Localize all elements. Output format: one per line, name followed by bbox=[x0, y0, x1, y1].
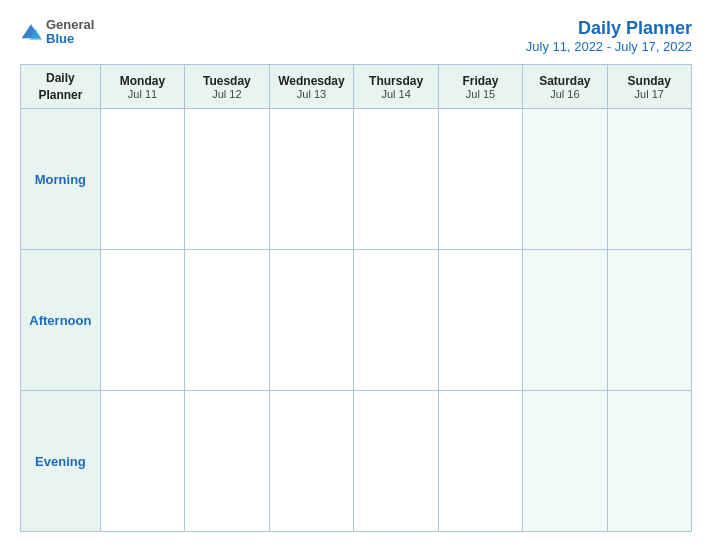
col-wednesday: Wednesday Jul 13 bbox=[269, 65, 354, 109]
sunday-date: Jul 17 bbox=[610, 88, 689, 100]
tuesday-date: Jul 12 bbox=[187, 88, 266, 100]
page: General Blue Daily Planner July 11, 2022… bbox=[0, 0, 712, 550]
afternoon-wednesday[interactable] bbox=[269, 250, 354, 391]
morning-monday[interactable] bbox=[100, 109, 184, 250]
afternoon-tuesday[interactable] bbox=[185, 250, 269, 391]
evening-friday[interactable] bbox=[438, 391, 522, 532]
evening-sunday[interactable] bbox=[607, 391, 691, 532]
monday-date: Jul 11 bbox=[103, 88, 182, 100]
header: General Blue Daily Planner July 11, 2022… bbox=[20, 18, 692, 54]
col-sunday: Sunday Jul 17 bbox=[607, 65, 691, 109]
friday-name: Friday bbox=[441, 74, 520, 88]
afternoon-sunday[interactable] bbox=[607, 250, 691, 391]
evening-label: Evening bbox=[21, 391, 101, 532]
evening-row: Evening bbox=[21, 391, 692, 532]
afternoon-row: Afternoon bbox=[21, 250, 692, 391]
morning-wednesday[interactable] bbox=[269, 109, 354, 250]
saturday-name: Saturday bbox=[525, 74, 604, 88]
col-monday: Monday Jul 11 bbox=[100, 65, 184, 109]
afternoon-thursday[interactable] bbox=[354, 250, 439, 391]
morning-tuesday[interactable] bbox=[185, 109, 269, 250]
logo-text: General Blue bbox=[46, 18, 94, 47]
planner-header-cell: DailyPlanner bbox=[21, 65, 101, 109]
wednesday-date: Jul 13 bbox=[272, 88, 352, 100]
calendar-table: DailyPlanner Monday Jul 11 Tuesday Jul 1… bbox=[20, 64, 692, 532]
planner-date-range: July 11, 2022 - July 17, 2022 bbox=[526, 39, 692, 54]
morning-sunday[interactable] bbox=[607, 109, 691, 250]
logo-area: General Blue bbox=[20, 18, 94, 47]
afternoon-saturday[interactable] bbox=[523, 250, 607, 391]
logo-general-text: General bbox=[46, 18, 94, 32]
sunday-name: Sunday bbox=[610, 74, 689, 88]
col-saturday: Saturday Jul 16 bbox=[523, 65, 607, 109]
afternoon-label: Afternoon bbox=[21, 250, 101, 391]
evening-tuesday[interactable] bbox=[185, 391, 269, 532]
morning-row: Morning bbox=[21, 109, 692, 250]
tuesday-name: Tuesday bbox=[187, 74, 266, 88]
morning-label: Morning bbox=[21, 109, 101, 250]
evening-saturday[interactable] bbox=[523, 391, 607, 532]
saturday-date: Jul 16 bbox=[525, 88, 604, 100]
col-friday: Friday Jul 15 bbox=[438, 65, 522, 109]
morning-saturday[interactable] bbox=[523, 109, 607, 250]
col-tuesday: Tuesday Jul 12 bbox=[185, 65, 269, 109]
logo-icon bbox=[20, 21, 42, 43]
title-area: Daily Planner July 11, 2022 - July 17, 2… bbox=[526, 18, 692, 54]
col-thursday: Thursday Jul 14 bbox=[354, 65, 439, 109]
monday-name: Monday bbox=[103, 74, 182, 88]
planner-title: Daily Planner bbox=[526, 18, 692, 39]
thursday-name: Thursday bbox=[356, 74, 436, 88]
thursday-date: Jul 14 bbox=[356, 88, 436, 100]
friday-date: Jul 15 bbox=[441, 88, 520, 100]
morning-friday[interactable] bbox=[438, 109, 522, 250]
wednesday-name: Wednesday bbox=[272, 74, 352, 88]
logo-blue-text: Blue bbox=[46, 32, 94, 46]
evening-wednesday[interactable] bbox=[269, 391, 354, 532]
afternoon-friday[interactable] bbox=[438, 250, 522, 391]
afternoon-monday[interactable] bbox=[100, 250, 184, 391]
morning-thursday[interactable] bbox=[354, 109, 439, 250]
evening-monday[interactable] bbox=[100, 391, 184, 532]
evening-thursday[interactable] bbox=[354, 391, 439, 532]
header-row: DailyPlanner Monday Jul 11 Tuesday Jul 1… bbox=[21, 65, 692, 109]
